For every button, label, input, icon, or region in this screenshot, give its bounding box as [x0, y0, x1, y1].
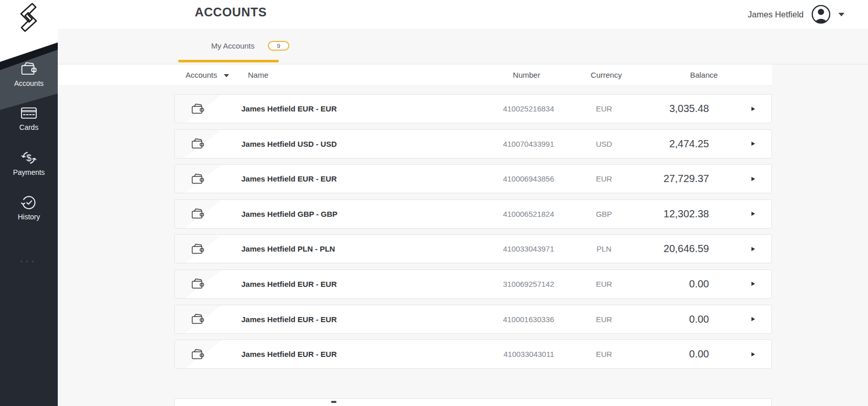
row-open-cell[interactable] — [710, 247, 771, 251]
column-header-name: Name — [248, 64, 268, 85]
currency-exchange-icon — [20, 149, 38, 167]
wallet-icon — [191, 277, 205, 291]
chevron-right-icon — [751, 282, 755, 286]
account-name: James Hetfield EUR - EUR — [221, 350, 442, 358]
chevron-right-icon — [751, 317, 755, 321]
accounts-list: James Hetfield EUR - EUR 410025216834 EU… — [174, 94, 772, 375]
sidebar-item-label: Payments — [0, 168, 58, 176]
row-open-cell[interactable] — [710, 317, 771, 321]
header-divider — [772, 64, 868, 64]
user-name: James Hetfield — [748, 10, 804, 19]
sidebar-item-accounts[interactable]: Accounts — [0, 60, 58, 87]
row-open-cell[interactable] — [710, 107, 771, 111]
account-number: 410033043011 — [442, 350, 554, 358]
account-currency: USD — [554, 140, 654, 148]
account-number: 410006943856 — [442, 174, 554, 183]
sidebar-item-cards[interactable]: Cards — [0, 104, 58, 131]
account-balance: 20,646.59 — [654, 243, 710, 255]
chevron-right-icon — [751, 107, 755, 111]
chevron-down-icon — [224, 74, 229, 77]
account-balance: 12,302.38 — [654, 208, 710, 220]
account-name: James Hetfield GBP - GBP — [221, 210, 442, 218]
account-balance: 0.00 — [654, 278, 710, 290]
chevron-right-icon — [751, 212, 755, 216]
table-row[interactable]: James Hetfield USD - USD 410070433991 US… — [174, 129, 772, 159]
column-header-currency: Currency — [581, 64, 632, 85]
table-header: Accounts Name Number Currency Balance — [58, 64, 772, 86]
wallet-icon — [20, 60, 38, 78]
account-number: 410070433991 — [442, 140, 554, 148]
account-currency: GBP — [554, 210, 654, 218]
wallet-icon — [191, 172, 205, 186]
row-open-cell[interactable] — [710, 282, 771, 286]
account-icon-cell — [175, 207, 221, 221]
account-number: 410025216834 — [442, 104, 554, 113]
sidebar-item-label: Accounts — [0, 79, 58, 87]
account-balance: 3,035.48 — [654, 103, 710, 115]
main-area: ACCOUNTS James Hetfield My Accounts 9 Ac… — [58, 0, 868, 406]
table-row[interactable]: James Hetfield EUR - EUR 410006943856 EU… — [174, 164, 772, 193]
sidebar-item-label: Cards — [0, 123, 58, 131]
column-header-number: Number — [501, 64, 552, 85]
wallet-icon — [191, 102, 205, 116]
clipped-content-mark — [331, 401, 336, 403]
account-balance: 27,729.37 — [654, 173, 710, 185]
account-name: James Hetfield EUR - EUR — [221, 104, 442, 113]
page-title: ACCOUNTS — [195, 5, 267, 19]
account-name: James Hetfield EUR - EUR — [221, 280, 442, 288]
wallet-icon — [191, 347, 205, 362]
row-open-cell[interactable] — [710, 177, 771, 181]
sidebar-item-payments[interactable]: Payments — [0, 149, 58, 176]
account-number: 310069257142 — [442, 280, 554, 288]
account-number: 410033043971 — [442, 244, 554, 253]
account-icon-cell — [175, 312, 221, 326]
chevron-right-icon — [751, 247, 755, 251]
accounts-count-badge: 9 — [268, 41, 289, 51]
user-menu[interactable]: James Hetfield — [748, 0, 844, 29]
wallet-icon — [191, 312, 205, 326]
account-icon-cell — [175, 102, 221, 116]
table-row[interactable]: James Hetfield EUR - EUR 310069257142 EU… — [174, 269, 772, 299]
app-logo-icon[interactable] — [13, 2, 44, 33]
tab-my-accounts[interactable]: My Accounts 9 — [211, 41, 289, 51]
row-open-cell[interactable] — [710, 212, 771, 216]
chevron-right-icon — [751, 352, 755, 356]
history-clock-icon — [20, 193, 38, 211]
account-currency: EUR — [554, 280, 654, 288]
column-header-balance: Balance — [678, 64, 729, 85]
account-balance: 0.00 — [654, 348, 710, 360]
account-currency: EUR — [554, 104, 654, 113]
account-name: James Hetfield EUR - EUR — [221, 315, 442, 324]
wallet-icon — [191, 137, 205, 151]
row-open-cell[interactable] — [710, 142, 771, 146]
sidebar-faded-dots: ••• — [0, 258, 58, 265]
accounts-filter-dropdown[interactable]: Accounts — [186, 64, 229, 85]
app-window: Accounts Cards Payments History ••• ACCO… — [0, 0, 868, 406]
active-tab-underline — [178, 60, 279, 62]
sidebar: Accounts Cards Payments History ••• — [0, 0, 58, 406]
account-icon-cell — [175, 242, 221, 256]
wallet-icon — [191, 207, 205, 221]
table-row[interactable]: James Hetfield EUR - EUR 410025216834 EU… — [174, 94, 772, 123]
avatar-icon[interactable] — [811, 5, 831, 24]
account-balance: 2,474.25 — [654, 138, 710, 150]
sidebar-item-label: History — [0, 213, 58, 221]
account-currency: PLN — [554, 244, 654, 253]
account-icon-cell — [175, 172, 221, 186]
account-icon-cell — [175, 277, 221, 291]
tab-label: My Accounts — [211, 41, 255, 50]
table-row-partial[interactable] — [174, 398, 772, 406]
table-row[interactable]: James Hetfield GBP - GBP 410006521824 GB… — [174, 199, 772, 229]
account-name: James Hetfield PLN - PLN — [221, 244, 442, 253]
table-row[interactable]: James Hetfield EUR - EUR 410001630336 EU… — [174, 305, 772, 334]
table-row[interactable]: James Hetfield PLN - PLN 410033043971 PL… — [174, 234, 772, 263]
row-open-cell[interactable] — [710, 352, 771, 356]
account-currency: EUR — [554, 315, 654, 324]
account-currency: EUR — [554, 174, 654, 183]
account-number: 410006521824 — [442, 210, 554, 218]
sidebar-item-history[interactable]: History — [0, 193, 58, 221]
account-number: 410001630336 — [442, 315, 554, 324]
chevron-down-icon[interactable] — [838, 13, 844, 16]
table-row[interactable]: James Hetfield EUR - EUR 410033043011 EU… — [174, 340, 772, 369]
filter-label: Accounts — [186, 64, 217, 85]
